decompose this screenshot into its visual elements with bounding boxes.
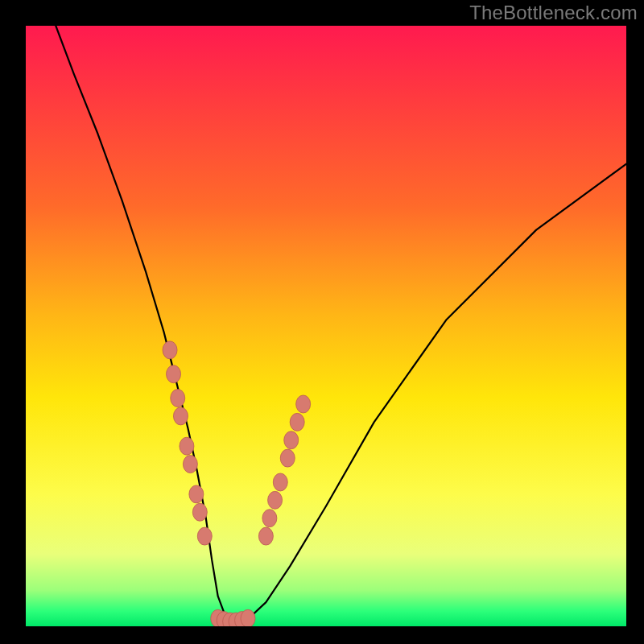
data-marker	[173, 407, 188, 425]
plot-area	[26, 26, 626, 626]
data-marker	[280, 449, 295, 467]
data-marker	[262, 510, 277, 527]
data-marker	[290, 413, 304, 431]
chart-svg	[26, 26, 626, 626]
watermark-text: TheBottleneck.com	[469, 2, 638, 24]
data-marker	[167, 365, 181, 383]
data-marker	[189, 485, 204, 503]
data-marker	[163, 341, 177, 359]
data-marker	[192, 503, 207, 521]
data-marker	[180, 437, 194, 455]
data-marker	[296, 395, 311, 413]
data-marker	[197, 527, 212, 545]
chart-frame: TheBottleneck.com	[0, 0, 644, 644]
data-marker	[241, 609, 255, 626]
data-marker	[258, 527, 273, 545]
data-marker	[268, 491, 283, 509]
data-marker	[273, 473, 287, 491]
data-marker	[183, 456, 197, 473]
gradient-background	[26, 26, 626, 626]
data-marker	[171, 390, 185, 407]
data-marker	[284, 431, 299, 449]
